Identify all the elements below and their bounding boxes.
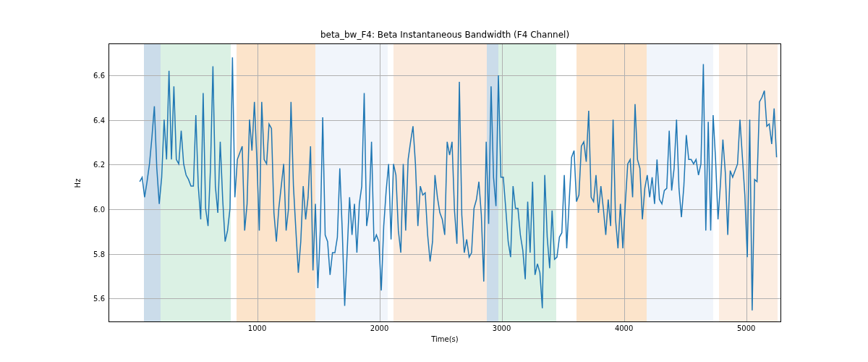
figure: beta_bw_F4: Beta Instantaneous Bandwidth…	[0, 0, 868, 362]
y-tick-label: 6.2	[93, 161, 109, 169]
x-tick-label: 3000	[493, 321, 511, 332]
x-tick-label: 5000	[737, 321, 755, 332]
y-tick-label: 6.0	[93, 205, 109, 213]
y-tick-label: 6.6	[93, 72, 109, 80]
x-tick-label: 1000	[248, 321, 266, 332]
x-tick-label: 4000	[615, 321, 633, 332]
line-series	[109, 44, 780, 321]
y-axis-label: Hz	[74, 178, 82, 188]
chart-title: beta_bw_F4: Beta Instantaneous Bandwidth…	[109, 30, 780, 40]
x-tick-label: 2000	[370, 321, 388, 332]
y-tick-label: 6.4	[93, 116, 109, 124]
chart-axes: beta_bw_F4: Beta Instantaneous Bandwidth…	[109, 43, 781, 322]
x-axis-label: Time(s)	[109, 335, 780, 343]
y-tick-label: 5.6	[93, 295, 109, 303]
plot-area	[109, 44, 780, 321]
y-tick-label: 5.8	[93, 250, 109, 258]
series-path	[140, 57, 776, 310]
